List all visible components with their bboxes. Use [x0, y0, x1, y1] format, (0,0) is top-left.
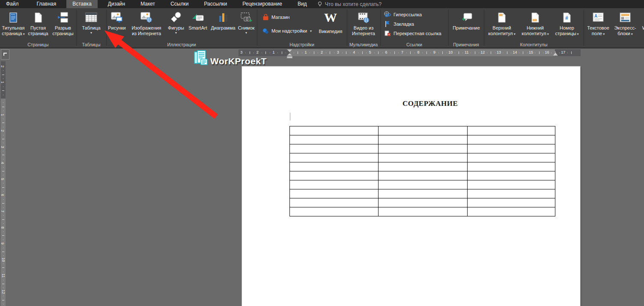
- hyperlink-icon: [384, 11, 391, 18]
- table-cell[interactable]: [290, 144, 379, 153]
- table-cell[interactable]: [379, 153, 468, 162]
- table-cell[interactable]: [379, 171, 468, 180]
- text-box-icon: A: [592, 9, 604, 25]
- table-row: [290, 144, 555, 153]
- vertical-ruler: 21123456789101112: [1, 61, 6, 306]
- table-cell[interactable]: [468, 171, 555, 180]
- online-pictures-button[interactable]: Изображения из Интернета: [127, 9, 166, 45]
- tab-view[interactable]: Вид: [292, 0, 313, 8]
- table-cell[interactable]: [379, 135, 468, 144]
- page-break-button[interactable]: Разрыв страницы: [51, 9, 75, 45]
- wikipedia-button[interactable]: W Википедия: [316, 9, 345, 45]
- table-cell[interactable]: [379, 207, 468, 216]
- new-comment-button[interactable]: Примечание: [452, 9, 481, 45]
- table-cell[interactable]: [290, 189, 379, 198]
- store-icon: [262, 14, 269, 21]
- document-page: СОДЕРЖАНИЕ: [242, 66, 580, 306]
- pictures-button[interactable]: Рисунки: [107, 9, 127, 45]
- header-button[interactable]: Верхний колонтитул▾: [486, 9, 518, 45]
- table-grid-icon: [85, 9, 98, 25]
- tab-stop-selector[interactable]: [1, 49, 9, 60]
- group-label-pages: Страницы: [0, 42, 76, 47]
- cover-page-icon: [8, 9, 19, 25]
- screenshot-button[interactable]: Снимок ▾: [236, 9, 256, 45]
- table-cell[interactable]: [290, 162, 379, 171]
- contents-table: [289, 126, 555, 216]
- smartart-icon: [191, 9, 204, 25]
- author-watermark: WorKProekT: [194, 50, 267, 68]
- store-button[interactable]: Магазин: [262, 13, 289, 21]
- group-tables: Таблица ▾ Таблицы: [76, 8, 106, 48]
- left-tab-icon: [3, 53, 7, 56]
- table-cell[interactable]: [468, 189, 555, 198]
- online-video-button[interactable]: Видео из Интернета: [349, 9, 379, 45]
- table-cell[interactable]: [468, 162, 555, 171]
- text-box-button[interactable]: A Текстовое поле▾: [585, 9, 611, 45]
- cover-page-button[interactable]: Титульная страница▾: [1, 9, 26, 45]
- table-cell[interactable]: [290, 207, 379, 216]
- table-cell[interactable]: [468, 126, 555, 135]
- tab-review[interactable]: Рецензирование: [236, 0, 288, 8]
- tab-references[interactable]: Ссылки: [164, 0, 194, 8]
- wordart-button[interactable]: Wo: [639, 9, 644, 45]
- tab-insert[interactable]: Вставка: [66, 0, 98, 8]
- table-cell[interactable]: [379, 180, 468, 189]
- table-cell[interactable]: [379, 144, 468, 153]
- cross-reference-button[interactable]: Перекрестная ссылка: [384, 30, 441, 37]
- tab-design[interactable]: Дизайн: [102, 0, 131, 8]
- table-cell[interactable]: [290, 171, 379, 180]
- tab-file[interactable]: Файл: [0, 0, 25, 8]
- table-row: [290, 207, 555, 216]
- right-indent-marker[interactable]: [552, 52, 558, 56]
- table-cell[interactable]: [468, 153, 555, 162]
- cross-reference-icon: [384, 30, 391, 37]
- group-label-links: Ссылки: [380, 42, 448, 47]
- tab-mailings[interactable]: Рассылки: [198, 0, 233, 8]
- group-media: Видео из Интернета Мультимедиа: [347, 8, 380, 48]
- table-cell[interactable]: [468, 207, 555, 216]
- bookmark-button[interactable]: Закладка: [384, 20, 414, 28]
- table-cell[interactable]: [379, 162, 468, 171]
- documents-logo-icon: [194, 50, 209, 68]
- group-text: A Текстовое поле▾ Экспресс- блоки▾ Wo: [584, 8, 644, 48]
- chevron-down-icon: ▾: [547, 32, 549, 36]
- chevron-down-icon: ▾: [514, 32, 516, 36]
- blank-page-button[interactable]: Пустая страница: [26, 9, 51, 45]
- hyperlink-button[interactable]: Гиперссылка: [384, 11, 422, 18]
- wikipedia-icon: W: [324, 11, 337, 24]
- quick-parts-button[interactable]: Экспресс- блоки▾: [612, 9, 638, 45]
- smartart-button[interactable]: SmartArt: [186, 9, 210, 45]
- table-cell[interactable]: [290, 153, 379, 162]
- table-cell[interactable]: [468, 180, 555, 189]
- table-cell[interactable]: [290, 126, 379, 135]
- shapes-button[interactable]: Фигуры ▾: [166, 9, 186, 45]
- tab-home[interactable]: Главная: [31, 0, 63, 8]
- my-addins-button[interactable]: Мои надстройки ▾: [262, 27, 312, 35]
- page-number-button[interactable]: # Номер страницы▾: [552, 9, 581, 45]
- table-cell[interactable]: [468, 198, 555, 207]
- chart-button[interactable]: Диаграмма: [210, 9, 236, 45]
- table-cell[interactable]: [290, 180, 379, 189]
- chevron-down-icon: ▾: [631, 32, 633, 36]
- table-button[interactable]: Таблица ▾: [79, 9, 103, 45]
- footer-icon: [530, 9, 541, 25]
- table-cell[interactable]: [290, 135, 379, 144]
- online-pictures-icon: [140, 9, 153, 25]
- table-cell[interactable]: [379, 126, 468, 135]
- footer-button[interactable]: Нижний колонтитул▾: [519, 9, 552, 45]
- svg-text:A: A: [594, 14, 597, 18]
- quick-parts-icon: [619, 9, 631, 25]
- table-cell[interactable]: [379, 198, 468, 207]
- chevron-down-icon: ▾: [90, 31, 92, 35]
- table-cell[interactable]: [379, 189, 468, 198]
- table-cell[interactable]: [468, 135, 555, 144]
- table-cell[interactable]: [290, 198, 379, 207]
- indent-markers[interactable]: [286, 49, 293, 59]
- group-comments: Примечание Примечания: [448, 8, 484, 48]
- table-cell[interactable]: [468, 144, 555, 153]
- ribbon-tab-bar: Файл Главная Вставка Дизайн Макет Ссылки…: [0, 0, 644, 8]
- tell-me-search[interactable]: Что вы хотите сделать?: [313, 0, 382, 8]
- tab-layout[interactable]: Макет: [134, 0, 161, 8]
- group-label-header-footer: Колонтитулы: [484, 42, 584, 47]
- my-addins-icon: [262, 27, 269, 35]
